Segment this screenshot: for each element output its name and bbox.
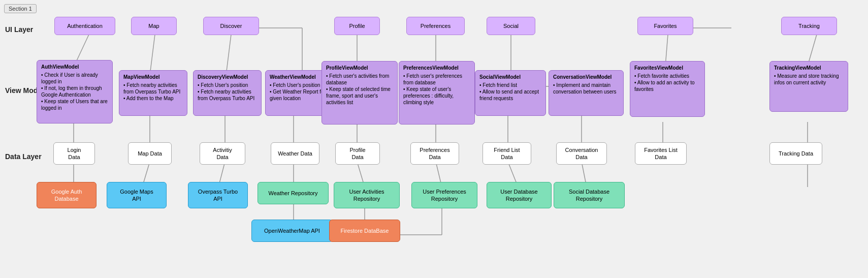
repo-userdb: User Database Repository [487, 182, 552, 208]
repo-firestore: Firestore DataBase [329, 220, 400, 242]
ui-discover: Discover [203, 17, 259, 35]
vm-tracking: TrackingViewModel • Measure and store tr… [769, 61, 848, 112]
data-conversation: ConversationData [556, 142, 607, 165]
repo-socialdb: Social DatabaseRepository [554, 182, 625, 208]
data-layer-label: Data Layer [5, 152, 42, 161]
data-preferences: PreferencesData [410, 142, 459, 165]
data-favoriteslist: Favorites ListData [635, 142, 687, 165]
data-weather: Weather Data [271, 142, 319, 165]
data-tracking: Tracking Data [769, 142, 822, 165]
repo-openweather: OpenWeatherMap API [251, 220, 333, 242]
svg-line-1 [150, 35, 155, 75]
data-friendlist: Friend ListData [483, 142, 531, 165]
data-map: Map Data [128, 142, 172, 165]
repo-googleauth: Google AuthDatabase [37, 182, 97, 208]
ui-tracking: Tracking [781, 17, 837, 35]
vm-social: SocialViewModel • Fetch friend list • Al… [475, 70, 546, 116]
vm-conversation: ConversationViewModel • Implement and ma… [549, 70, 624, 116]
repo-weather: Weather Repository [258, 182, 329, 204]
vm-profile: ProfileViewModel • Fetch user's activiti… [322, 61, 398, 125]
ui-favorites: Favorites [637, 17, 693, 35]
data-activity: ActivitiyData [200, 142, 245, 165]
repo-useractivities: User ActivitiesRepository [334, 182, 400, 208]
vm-preferences: PreferencesViewModel • Fetch user's pref… [399, 61, 475, 125]
svg-line-2 [226, 35, 231, 75]
ui-map: Map [131, 17, 177, 35]
vm-auth: AuthViewModel • Check if User is already… [37, 60, 113, 123]
repo-googlemaps: Google MapsAPI [107, 182, 167, 208]
ui-profile: Profile [334, 17, 380, 35]
vm-discovery: DiscoveryViewModel • Fetch User's positi… [193, 70, 262, 116]
vm-map: MapViewModel • Fetch nearby activities f… [119, 70, 187, 116]
repo-overpass: Overpass TurboAPI [188, 182, 248, 208]
section-badge: Section 1 [4, 4, 37, 13]
repo-userprefs: User Preferences Repository [411, 182, 477, 208]
diagram-container: Section 1 UI Layer View Model Layer Data… [0, 0, 868, 278]
data-login: LoginData [53, 142, 95, 165]
ui-auth: Authentication [54, 17, 115, 35]
ui-preferences: Preferences [406, 17, 465, 35]
connectors-svg [0, 0, 868, 278]
ui-layer-label: UI Layer [5, 25, 33, 34]
data-profile: ProfileData [335, 142, 380, 165]
vm-favorites: FavoritesViewModel • Fetch favorite acti… [630, 61, 705, 117]
ui-social: Social [487, 17, 535, 35]
